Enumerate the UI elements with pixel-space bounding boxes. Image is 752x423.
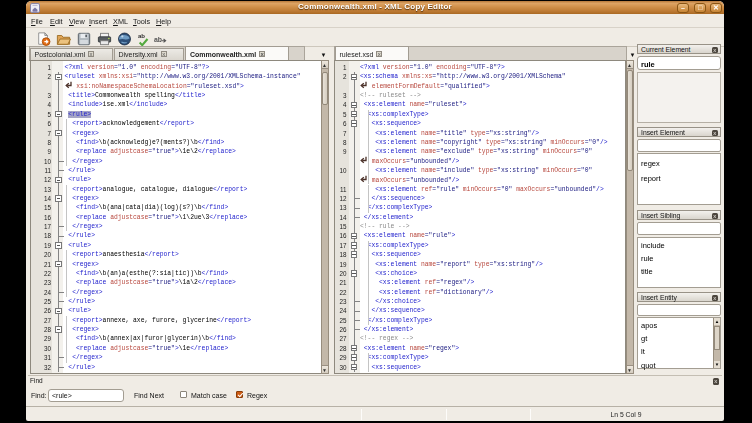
svg-text:ab: ab [138, 32, 145, 39]
svg-text:ab: ab [154, 36, 162, 43]
